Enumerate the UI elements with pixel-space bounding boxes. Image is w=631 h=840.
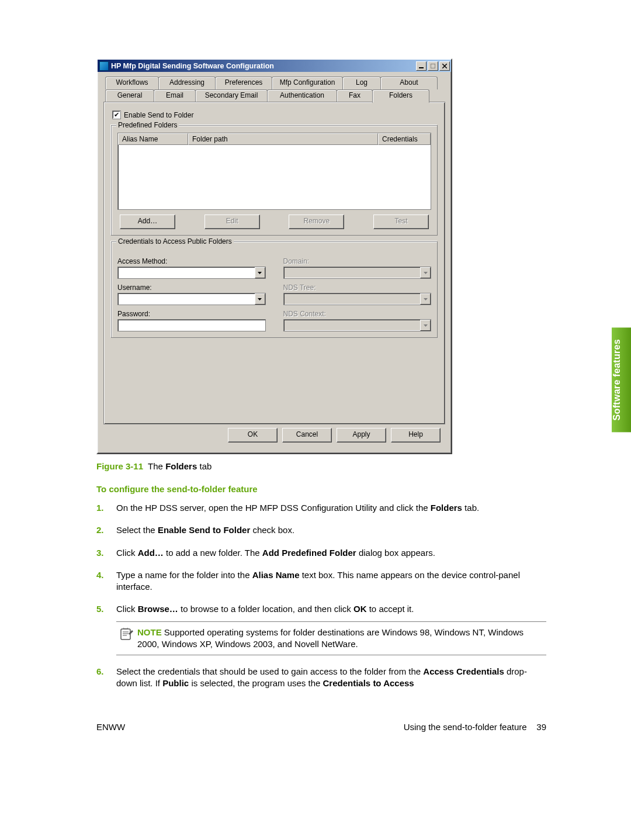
tab-secondary-email[interactable]: Secondary Email bbox=[195, 89, 268, 102]
titlebar[interactable]: HP Mfp Digital Sending Software Configur… bbox=[98, 60, 451, 72]
tab-email[interactable]: Email bbox=[154, 89, 196, 102]
page-footer: ENWW Using the send-to-folder feature 39 bbox=[96, 722, 546, 732]
test-button: Test bbox=[373, 215, 429, 229]
help-button[interactable]: Help bbox=[391, 428, 441, 443]
procedure-heading: To configure the send-to-folder feature bbox=[96, 484, 546, 494]
tab-authentication[interactable]: Authentication bbox=[267, 89, 337, 102]
enable-send-to-folder-row[interactable]: ✔ Enable Send to Folder bbox=[112, 110, 439, 119]
apply-button[interactable]: Apply bbox=[337, 428, 386, 443]
predefined-folders-legend: Predefined Folders bbox=[116, 121, 179, 129]
footer-right: Using the send-to-folder feature 39 bbox=[404, 722, 546, 732]
svg-rect-4 bbox=[121, 629, 130, 639]
nds-tree-label: NDS Tree: bbox=[283, 284, 432, 292]
edit-button: Edit bbox=[204, 215, 260, 229]
caption-text-2: tab bbox=[197, 461, 212, 471]
domain-label: Domain: bbox=[283, 257, 432, 265]
note-body: Supported operating systems for folder d… bbox=[137, 627, 523, 649]
tab-folders[interactable]: Folders bbox=[372, 89, 429, 103]
step-2: Select the Enable Send to Folder check b… bbox=[96, 524, 546, 536]
minimize-button[interactable] bbox=[416, 61, 427, 71]
tab-general[interactable]: General bbox=[105, 89, 154, 102]
maximize-button[interactable] bbox=[428, 61, 438, 71]
enable-send-to-folder-label: Enable Send to Folder bbox=[124, 111, 193, 119]
step-5: Click Browse… to browse to a folder loca… bbox=[96, 603, 546, 655]
ok-button[interactable]: OK bbox=[228, 428, 278, 443]
section-side-tab: Software features bbox=[612, 327, 631, 432]
access-method-label: Access Method: bbox=[117, 257, 266, 265]
username-label: Username: bbox=[117, 284, 266, 292]
folders-panel: ✔ Enable Send to Folder Predefined Folde… bbox=[103, 102, 445, 424]
note-icon bbox=[116, 627, 137, 651]
password-label: Password: bbox=[117, 310, 266, 318]
predefined-folders-group: Predefined Folders Alias Name Folder pat… bbox=[111, 125, 438, 236]
tab-row-2: General Email Secondary Email Authentica… bbox=[103, 89, 445, 102]
step-6: Select the credentials that should be us… bbox=[96, 666, 546, 690]
col-alias-name[interactable]: Alias Name bbox=[118, 133, 188, 145]
tab-about[interactable]: About bbox=[380, 77, 438, 89]
nds-context-label: NDS Context: bbox=[283, 310, 432, 318]
domain-combo bbox=[283, 267, 432, 279]
caption-text-1: The bbox=[148, 461, 165, 471]
note-lead: NOTE bbox=[137, 627, 162, 637]
cancel-button[interactable]: Cancel bbox=[282, 428, 332, 443]
tab-preferences[interactable]: Preferences bbox=[215, 77, 272, 89]
chevron-down-icon[interactable] bbox=[255, 267, 265, 278]
close-button[interactable] bbox=[439, 61, 450, 71]
figure-number: Figure 3-11 bbox=[96, 461, 143, 471]
svg-rect-1 bbox=[431, 64, 435, 68]
note-block: NOTE Supported operating systems for fol… bbox=[116, 621, 546, 656]
caption-bold: Folders bbox=[165, 461, 197, 471]
folders-list[interactable]: Alias Name Folder path Credentials bbox=[117, 133, 431, 210]
step-3: Click Add… to add a new folder. The Add … bbox=[96, 547, 546, 559]
window-title: HP Mfp Digital Sending Software Configur… bbox=[111, 62, 415, 70]
nds-context-combo bbox=[283, 319, 432, 331]
config-dialog: HP Mfp Digital Sending Software Configur… bbox=[96, 58, 452, 454]
tab-log[interactable]: Log bbox=[342, 77, 381, 89]
tab-row-1: Workflows Addressing Preferences Mfp Con… bbox=[103, 77, 445, 89]
enable-send-to-folder-checkbox[interactable]: ✔ bbox=[112, 110, 121, 119]
footer-left: ENWW bbox=[96, 722, 125, 732]
tab-mfp-configuration[interactable]: Mfp Configuration bbox=[272, 77, 343, 89]
chevron-down-icon bbox=[420, 320, 431, 331]
step-4: Type a name for the folder into the Alia… bbox=[96, 569, 546, 593]
credentials-legend: Credentials to Access Public Folders bbox=[116, 237, 234, 246]
tab-fax[interactable]: Fax bbox=[337, 89, 373, 102]
col-credentials[interactable]: Credentials bbox=[378, 133, 431, 145]
procedure-steps: On the HP DSS server, open the HP MFP DS… bbox=[96, 502, 546, 690]
figure-caption: Figure 3-11 The Folders tab bbox=[96, 461, 546, 471]
password-input[interactable] bbox=[117, 319, 266, 331]
nds-tree-combo bbox=[283, 293, 432, 305]
tab-addressing[interactable]: Addressing bbox=[158, 77, 216, 89]
chevron-down-icon[interactable] bbox=[255, 293, 265, 305]
access-method-combo[interactable] bbox=[117, 267, 266, 279]
chevron-down-icon bbox=[420, 293, 431, 305]
credentials-group: Credentials to Access Public Folders Acc… bbox=[111, 241, 438, 338]
svg-rect-0 bbox=[419, 67, 424, 68]
app-icon bbox=[99, 61, 109, 71]
step-1: On the HP DSS server, open the HP MFP DS… bbox=[96, 502, 546, 514]
remove-button: Remove bbox=[289, 215, 344, 229]
chevron-down-icon bbox=[420, 267, 431, 278]
col-folder-path[interactable]: Folder path bbox=[188, 133, 378, 145]
add-button[interactable]: Add… bbox=[120, 215, 175, 229]
username-combo[interactable] bbox=[117, 293, 266, 305]
tab-workflows[interactable]: Workflows bbox=[105, 77, 159, 89]
